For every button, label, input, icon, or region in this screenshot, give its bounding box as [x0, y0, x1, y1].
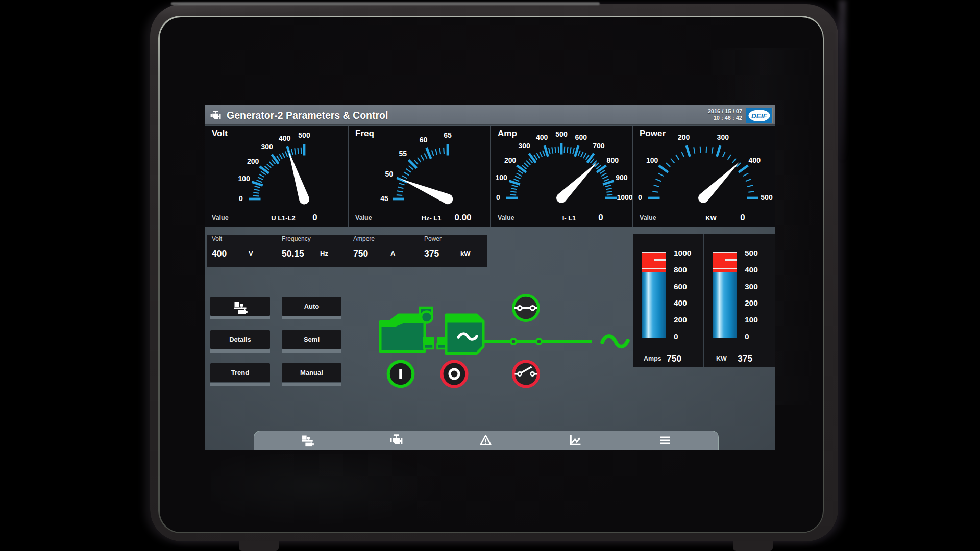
svg-text:0: 0 — [239, 194, 243, 203]
svg-text:300: 300 — [261, 143, 273, 151]
svg-text:300: 300 — [518, 142, 530, 150]
svg-text:DEIF: DEIF — [751, 112, 768, 120]
svg-text:50: 50 — [385, 170, 394, 178]
svg-text:600: 600 — [575, 133, 587, 141]
svg-text:1000: 1000 — [617, 193, 632, 202]
svg-text:65: 65 — [444, 131, 452, 139]
svg-text:60: 60 — [420, 136, 428, 144]
svg-text:300: 300 — [717, 133, 729, 141]
svg-text:200: 200 — [504, 156, 517, 164]
svg-text:500: 500 — [761, 193, 773, 202]
svg-text:800: 800 — [607, 156, 619, 164]
svg-text:45: 45 — [380, 194, 388, 203]
svg-text:100: 100 — [495, 173, 507, 182]
svg-text:100: 100 — [646, 156, 658, 164]
svg-text:500: 500 — [555, 130, 568, 138]
svg-text:0: 0 — [638, 193, 642, 202]
svg-text:100: 100 — [238, 174, 250, 183]
svg-text:900: 900 — [616, 173, 628, 182]
svg-text:400: 400 — [536, 133, 548, 141]
svg-text:700: 700 — [593, 142, 605, 150]
svg-text:400: 400 — [749, 156, 761, 164]
svg-text:0: 0 — [496, 193, 500, 202]
svg-text:200: 200 — [247, 157, 259, 165]
svg-text:500: 500 — [298, 131, 310, 139]
svg-text:200: 200 — [678, 133, 690, 141]
svg-text:55: 55 — [399, 149, 407, 158]
svg-text:400: 400 — [279, 134, 291, 142]
